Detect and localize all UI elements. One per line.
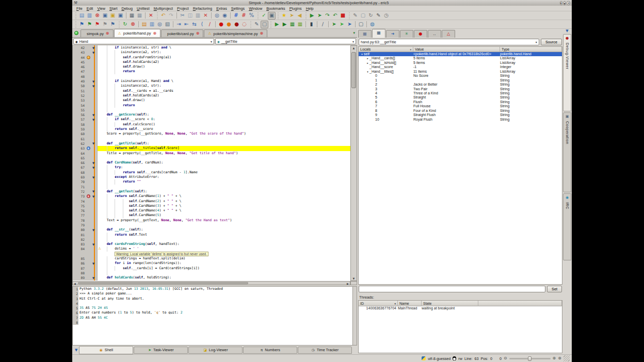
unittest-project-icon[interactable]: ↻ [367,12,375,20]
marker-margin[interactable] [86,275,92,280]
fold-margin[interactable] [92,69,97,74]
locals-row[interactable]: 5StraightString [359,95,562,100]
variable-filter-input[interactable] [359,286,545,292]
menu-view[interactable]: View [95,6,107,11]
marker-margin[interactable] [86,156,92,160]
fold-collapse-icon[interactable]: ▼ [92,276,94,279]
close-file-icon[interactable]: ⊗ [93,12,101,20]
breakpoint-flag-disable-icon[interactable]: ⚑ [93,21,101,28]
debug-step-out-icon[interactable]: ↶ [331,12,339,20]
locals-row[interactable]: 4Three of a KindString [359,91,562,95]
parrot-green-icon[interactable]: ➤ [330,21,338,28]
search-replace-icon[interactable]: ◉ [221,12,229,20]
breakpoint-marker-icon[interactable]: ✕ [87,194,90,198]
save-icon[interactable]: ▣ [101,12,109,20]
fold-margin[interactable] [92,218,97,223]
marker-margin[interactable] [86,199,92,204]
marker-margin[interactable] [86,64,92,69]
breakpoint-flag-enable-icon[interactable]: ⚑ [86,21,93,28]
method-selector[interactable]: ◆ __getTitle ▾ [215,38,356,44]
menu-unittest[interactable]: Unittest [135,6,152,11]
class-selector[interactable]: ◆ Hand ▾ [73,38,214,44]
marker-margin[interactable] [86,179,92,184]
bottom-tab-numbers[interactable]: πNumbers [243,347,297,354]
print-preview-icon[interactable]: ▦ [136,12,143,20]
open-icon[interactable]: ▥ [86,12,93,20]
collapse-icon[interactable]: ▾ [366,70,369,74]
fold-margin[interactable] [92,89,97,93]
fold-collapse-icon[interactable]: ▼ [92,80,94,83]
expand-icon[interactable]: ▸ [366,56,369,60]
fold-margin[interactable] [92,131,97,136]
breakpoint-flag-toggle-icon[interactable]: ⚑ [78,21,86,28]
toolbar-grip[interactable] [249,21,252,28]
bottom-tab-shell[interactable]: ◉Shell [79,346,133,354]
bookmark-marker-icon[interactable] [87,56,90,59]
toolbar-grip[interactable] [74,12,77,19]
fold-margin[interactable]: ▼ [92,117,97,122]
menu-settings[interactable]: Settings [229,6,247,11]
breakpoint-clear-icon[interactable]: ◌ [240,21,248,28]
marker-margin[interactable] [86,252,92,256]
fold-margin[interactable] [92,146,97,151]
toolbar-grip[interactable] [74,21,77,28]
breakpoint-toggle-icon[interactable]: ● [217,21,225,28]
fold-margin[interactable] [92,151,97,156]
project-properties-icon[interactable]: ▧ [164,21,171,28]
save-all-icon[interactable]: ▣ [117,12,124,20]
locals-row[interactable]: 2Jacks or BetterString [359,83,562,87]
marker-margin[interactable] [86,137,92,141]
source-button[interactable]: Source [541,39,562,45]
marker-margin[interactable] [86,246,92,251]
toggle-comment-icon[interactable]: % [248,12,255,20]
locals-row[interactable]: 3Two PairString [359,87,562,91]
current-line-marker-icon[interactable]: ✕ [87,146,90,150]
local-variables-viewer-tab[interactable]: ▦ [372,29,385,38]
marker-margin[interactable] [86,223,92,227]
editor-tab-simpok-py[interactable]: simpok.py⊗ [81,29,114,37]
locals-header-locals[interactable]: Locals▾ [359,47,413,52]
goto-brace-icon[interactable]: # [240,12,248,20]
marker-margin[interactable] [86,141,92,146]
marker-margin[interactable] [86,74,92,79]
fold-margin[interactable]: ▼ [92,112,97,117]
bookmark-toggle-icon[interactable]: ★ [280,12,288,20]
refresh-icon[interactable]: ↻ [121,21,129,28]
sidebar-tab-irc[interactable]: ◉IRC [563,193,571,260]
debug-step-icon[interactable]: ➤ [316,12,324,20]
marker-margin[interactable] [86,103,92,108]
menu-help[interactable]: Help [304,6,316,11]
bookmark-next-icon[interactable]: ➤ [288,12,296,20]
scroll-left-icon[interactable]: ◀ [73,282,76,285]
indent-icon[interactable]: ⇥ [175,21,183,28]
marker-margin[interactable]: ✕ [86,146,92,151]
marker-margin[interactable] [86,108,92,112]
history-icon[interactable]: ◷ [382,12,390,20]
locals-row[interactable]: 6FlushString [359,100,562,104]
menu-multiproject[interactable]: Multiproject [152,6,175,11]
menu-extras[interactable]: Extras [214,6,229,11]
marker-margin[interactable] [86,45,92,50]
toolbar-grip[interactable] [348,12,350,19]
unittest-script-icon[interactable]: ▢ [359,12,367,20]
fold-margin[interactable] [92,266,97,271]
syntax-check-icon[interactable]: ✓ [260,12,268,20]
marker-margin[interactable] [86,170,92,175]
marker-margin[interactable] [86,69,92,74]
marker-margin[interactable] [86,131,92,136]
zoom-slider-handle[interactable] [528,356,532,361]
threads-viewer-tab[interactable]: ✳ [400,30,413,38]
fold-margin[interactable] [92,213,97,218]
marker-margin[interactable] [86,266,92,271]
editor-vertical-scrollbar[interactable]: ▲ ▼ [350,45,357,281]
horizontal-scroll-thumb[interactable] [78,282,248,284]
toolbar-grip[interactable] [304,12,307,19]
code-editor[interactable]: 42▼ if isinstance(a1, str) and \43▼ isin… [72,45,350,281]
fold-margin[interactable]: ▼ [92,84,97,88]
fold-margin[interactable]: ▼ [92,242,97,246]
zoom-in-icon[interactable]: ⊕ [553,356,556,361]
autospell-toggle-icon[interactable]: ▢ [261,21,268,28]
breakpoint-previous-icon[interactable]: ● [233,21,240,28]
zoom-reset-icon[interactable]: ⊕ [558,356,561,361]
fold-margin[interactable] [92,252,97,256]
